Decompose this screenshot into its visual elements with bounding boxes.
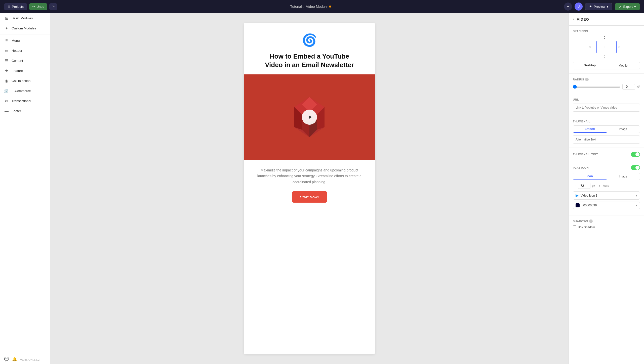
email-body-text: Maximize the impact of your campaigns an… (254, 167, 365, 185)
url-input[interactable] (573, 104, 640, 112)
sidebar-item-menu[interactable]: ≡ Menu (0, 35, 50, 46)
icon-type-icon[interactable]: Icon (573, 173, 607, 180)
export-icon: ↗ (619, 5, 622, 9)
chat-icon[interactable]: 💬 (4, 357, 9, 361)
spacing-top (601, 35, 612, 40)
spacing-left (588, 45, 595, 49)
refresh-icon[interactable]: ↺ (637, 85, 640, 89)
spacing-bottom-input[interactable] (601, 55, 612, 59)
box-shadow-checkbox-label[interactable]: Box Shadow (573, 225, 595, 229)
spacing-right (618, 45, 625, 49)
topbar-breadcrumb: Tutorial › Video Module (60, 5, 561, 9)
eye-icon: 👁 (589, 5, 592, 9)
breadcrumb-tutorial[interactable]: Tutorial (290, 5, 302, 9)
email-header: 🌀 How to Embed a YouTube Video in an Ema… (244, 23, 375, 74)
color-hex: #00000099 (582, 204, 597, 207)
breadcrumb-module[interactable]: Video Module (306, 5, 327, 9)
redo-button[interactable]: ↷ (49, 3, 57, 10)
play-button[interactable] (302, 110, 317, 125)
panel-header: ‹ VIDEO (569, 13, 644, 26)
sidebar-item-basic-modules[interactable]: ⊞ Basic Modules (0, 13, 50, 23)
grid-icon: ⊞ (4, 16, 9, 21)
sidebar-item-feature[interactable]: ★ Feature (0, 66, 50, 76)
feature-icon: ★ (4, 68, 9, 73)
sidebar-item-content[interactable]: ☰ Content (0, 56, 50, 66)
projects-button[interactable]: ⊞ Projects (4, 3, 27, 10)
play-icon-section: PLAY ICON Icon Image ↔ px ↕ Auto (569, 161, 644, 215)
shadows-label: SHADOWS i (573, 219, 640, 223)
redo-icon: ↷ (52, 5, 55, 9)
sidebar-label: E-Commerce (12, 89, 31, 93)
canvas-area: 🌀 How to Embed a YouTube Video in an Ema… (50, 13, 569, 364)
spacing-inner-input[interactable] (603, 46, 610, 49)
shadows-info-icon[interactable]: i (589, 219, 593, 223)
video-icon-label: Video Icon 1 (581, 194, 597, 197)
sidebar-item-custom-modules[interactable]: ✦ Custom Modules (0, 23, 50, 33)
sidebar-item-ecommerce[interactable]: 🛒 E-Commerce (0, 86, 50, 96)
email-body: Maximize the impact of your campaigns an… (244, 160, 375, 210)
undo-icon: ↩ (32, 5, 35, 9)
email-title-line1: How to Embed a YouTube (270, 53, 349, 60)
sidebar-item-footer[interactable]: ▬ Footer (0, 106, 50, 116)
tint-label: THUMBNAIL TINT (573, 153, 598, 156)
width-input[interactable] (578, 183, 590, 189)
shadows-section: SHADOWS i Box Shadow (569, 215, 644, 233)
mobile-tab[interactable]: Mobile (607, 62, 640, 69)
video-icon-dropdown[interactable]: ▶ Video Icon 1 ▾ (573, 191, 640, 200)
spacing-right-input[interactable] (618, 46, 625, 49)
email-video[interactable] (244, 74, 375, 160)
spacing-left-input[interactable] (588, 46, 595, 49)
embed-button[interactable]: Embed (573, 126, 607, 133)
sidebar-label: Footer (12, 109, 21, 113)
email-logo: 🌀 (249, 33, 370, 47)
cta-icon: ◉ (4, 78, 9, 83)
sidebar-footer: 💬 🔔 VERSION 3.6.2 (0, 354, 50, 364)
back-button[interactable]: ‹ (573, 17, 574, 22)
desktop-tab[interactable]: Desktop (573, 62, 607, 69)
sidebar-item-transactional[interactable]: ✉ Transactional (0, 96, 50, 106)
radius-row: ↺ (573, 84, 640, 90)
color-picker-row[interactable]: #00000099 ▾ (573, 202, 640, 209)
cta-button[interactable]: Start Now! (292, 191, 327, 203)
preview-button[interactable]: 👁 Preview ▾ (585, 3, 612, 10)
undo-button[interactable]: ↩ Undo (29, 3, 47, 10)
alt-text-input[interactable] (573, 135, 640, 144)
radius-slider[interactable] (573, 85, 620, 89)
radius-input[interactable] (622, 84, 635, 90)
thumbnail-toggle-group: Embed Image (573, 125, 640, 133)
grid-icon: ⊞ (8, 5, 10, 9)
undo-label: Undo (36, 5, 44, 9)
box-shadow-checkbox[interactable] (573, 225, 576, 229)
sidebar-label: Content (12, 59, 23, 63)
version-label: VERSION 3.6.2 (20, 358, 39, 361)
icon-type-image[interactable]: Image (607, 173, 640, 180)
export-button[interactable]: ↗ Export ▾ (615, 3, 640, 10)
chevron-down-icon-2: ▾ (634, 5, 636, 9)
tint-toggle[interactable] (631, 152, 640, 157)
spacing-top-input[interactable] (601, 36, 612, 39)
header-icon: ▭ (4, 48, 9, 53)
radius-section: RADIUS i ↺ (569, 74, 644, 94)
avatar-initials: U (578, 5, 580, 8)
sidebar-item-header[interactable]: ▭ Header (0, 46, 50, 56)
chevron-down-icon: ▾ (636, 194, 637, 197)
email-title: How to Embed a YouTube Video in an Email… (249, 52, 370, 69)
add-button[interactable]: + (564, 3, 572, 11)
email-card: 🌀 How to Embed a YouTube Video in an Ema… (244, 23, 375, 354)
play-icon-toggle[interactable] (631, 165, 640, 170)
sidebar-label: Call to action (12, 79, 30, 83)
image-button[interactable]: Image (607, 126, 640, 133)
chevron-down-icon: ▾ (607, 5, 609, 9)
radius-info-icon[interactable]: i (585, 78, 589, 81)
unsaved-dot (329, 6, 331, 8)
panel-title: VIDEO (577, 17, 589, 21)
sidebar: ⊞ Basic Modules ✦ Custom Modules ≡ Menu … (0, 13, 50, 364)
radius-label: RADIUS i (573, 78, 640, 81)
ecommerce-icon: 🛒 (4, 88, 9, 93)
url-label: URL (573, 98, 640, 101)
sidebar-label: Transactional (12, 99, 31, 103)
url-section: URL (569, 94, 644, 116)
bell-icon[interactable]: 🔔 (12, 357, 17, 361)
sidebar-item-call-to-action[interactable]: ◉ Call to action (0, 76, 50, 86)
thumbnail-section: THUMBNAIL Embed Image (569, 116, 644, 148)
